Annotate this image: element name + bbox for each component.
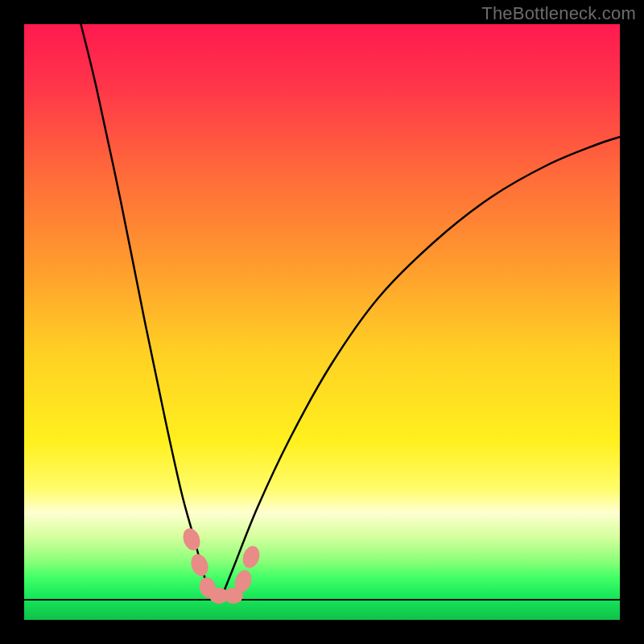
bottleneck-chart (0, 0, 644, 644)
watermark-text: TheBottleneck.com (481, 3, 636, 24)
plot-background (24, 24, 620, 620)
chart-frame: TheBottleneck.com (0, 0, 644, 644)
